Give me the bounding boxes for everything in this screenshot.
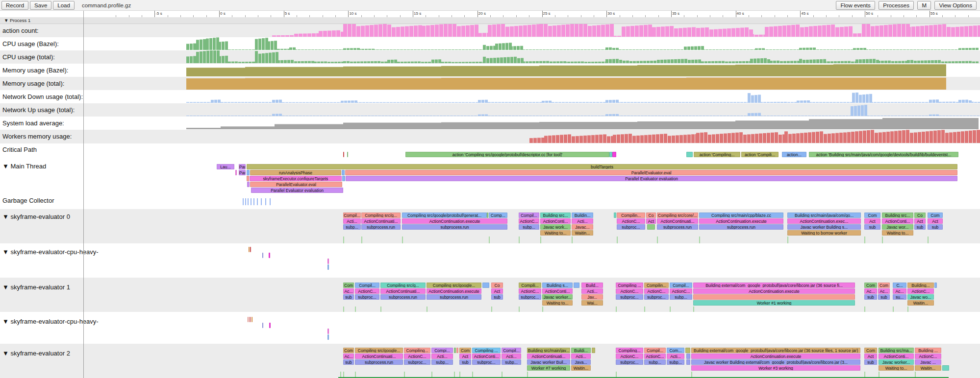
slice[interactable]: Com	[343, 348, 354, 353]
track-skyframe-evaluator-cpu-heavy-2[interactable]: ▼ skyframe-evaluator-cpu-heavy-	[0, 312, 980, 344]
track-label-skyframe-evaluator-cpu-heavy-1[interactable]: ▼ skyframe-evaluator-cpu-heavy-	[2, 248, 99, 256]
cpu-usage-total-chart[interactable]	[0, 50, 980, 64]
slice[interactable]: subprocess.run	[657, 224, 698, 230]
slice[interactable]: sub	[864, 294, 877, 300]
slice[interactable]: Par	[239, 170, 246, 175]
slice[interactable]: Act	[864, 218, 880, 224]
slice[interactable]	[269, 323, 271, 328]
slice[interactable]: ActionC...	[519, 288, 541, 294]
memory-usage-total-chart[interactable]	[0, 77, 980, 90]
memory-usage-bazel-chart[interactable]	[0, 64, 980, 77]
slice[interactable]: ActionContinuation.exec...	[787, 218, 861, 224]
track-network-up-usage[interactable]: Network Up usage (total):	[0, 103, 980, 117]
slice[interactable]: Worker #7 working	[527, 365, 570, 371]
slice[interactable]	[686, 354, 690, 359]
slice[interactable]: subproc...	[616, 294, 643, 300]
slice[interactable]: ActionC...	[519, 218, 539, 224]
slice[interactable]	[269, 253, 270, 258]
slice[interactable]: Acti...	[581, 288, 603, 294]
slice[interactable]	[934, 283, 937, 288]
slice[interactable]	[685, 348, 690, 353]
slice[interactable]: Compiling src/google...	[355, 348, 403, 353]
slice[interactable]: Compiling src/g...	[361, 213, 401, 218]
save-button[interactable]: Save	[30, 1, 51, 10]
slice[interactable]: Parallel Evaluator evaluation	[251, 188, 343, 193]
slice[interactable]	[262, 323, 263, 328]
slice[interactable]: su...	[893, 294, 906, 300]
slice[interactable]	[247, 176, 249, 181]
slice[interactable]: subp...	[431, 359, 453, 365]
slice[interactable]: Com	[864, 348, 877, 353]
slice[interactable]: Building external/com_google_protobuf/ja…	[691, 348, 860, 353]
slice[interactable]	[693, 294, 855, 300]
slice[interactable]: Compil...	[502, 348, 521, 353]
slice[interactable]: Compil...	[670, 283, 692, 288]
process-header[interactable]: ▼ Process 1	[0, 18, 980, 24]
track-cpu-usage-bazel[interactable]: CPU usage (Bazel):	[0, 37, 980, 50]
slice[interactable]: ActionC...	[355, 288, 379, 294]
slice[interactable]: sub	[343, 359, 354, 365]
slice[interactable]	[487, 213, 488, 218]
slice[interactable]: Building src...	[882, 213, 913, 218]
slice[interactable]: Compilin...	[644, 283, 669, 288]
slice[interactable]: Waitin...	[915, 365, 941, 371]
slice[interactable]: sub	[491, 294, 503, 300]
slice[interactable]: ActionContinuati...	[361, 218, 401, 224]
track-memory-usage-bazel[interactable]: Memory usage (Bazel):	[0, 64, 980, 77]
slice[interactable]: ActionContinuati...	[380, 288, 426, 294]
gc-event-tick[interactable]	[248, 198, 249, 205]
view-options-button[interactable]: View Options	[934, 1, 977, 10]
network-up-usage-chart[interactable]	[0, 103, 980, 117]
track-workers-memory-usage[interactable]: Workers memory usage:	[0, 130, 980, 143]
timeline-ruler[interactable]: -5 s0 s5 s10 s15 s20 s25 s30 s35 s40 s45…	[0, 11, 980, 18]
slice[interactable]: Compiling src/google/protobuf/generat...	[402, 213, 487, 218]
slice[interactable]: Building ...	[915, 348, 941, 353]
slice[interactable]: Building...	[907, 283, 934, 288]
track-skyframe-evaluator-2[interactable]: ▼ skyframe-evaluator 2ComCompiling src/g…	[0, 344, 980, 378]
slice[interactable]: subproc...	[644, 294, 669, 300]
slice[interactable]: Com	[864, 283, 877, 288]
slice[interactable]: Jav...	[581, 294, 603, 300]
slice[interactable]: Waiting to...	[879, 365, 914, 371]
slice[interactable]: Waiting to...	[542, 300, 573, 306]
slice[interactable]: Compiling ...	[472, 348, 501, 353]
slice[interactable]: subproc...	[616, 359, 643, 365]
slice[interactable]	[327, 259, 329, 264]
slice[interactable]: ActionConti...	[882, 218, 913, 224]
slice[interactable]: sub	[878, 294, 890, 300]
slice[interactable]: subp...	[670, 294, 692, 300]
track-network-down-usage[interactable]: Network Down usage (total):	[0, 90, 980, 103]
track-critical-path[interactable]: Critical Pathaction 'Compiling src/googl…	[0, 143, 980, 160]
slice[interactable]: ActionContinuati...	[355, 354, 403, 359]
slice[interactable]: Co	[646, 213, 656, 218]
slice[interactable]: Acti...	[571, 354, 591, 359]
system-load-average-chart[interactable]	[0, 117, 980, 130]
slice[interactable]: Com	[928, 213, 943, 218]
slice[interactable]: Waiting to...	[882, 230, 913, 236]
slice[interactable]: ActionContinuation.execute	[402, 218, 507, 224]
slice[interactable]: Compil...	[355, 283, 379, 288]
slice[interactable]	[247, 182, 250, 187]
slice[interactable]: action...	[782, 152, 806, 157]
slice[interactable]: Building s...	[542, 283, 573, 288]
slice[interactable]: sub	[864, 359, 877, 365]
track-cpu-usage-total[interactable]: CPU usage (total):	[0, 50, 980, 64]
slice[interactable]	[686, 359, 690, 365]
slice[interactable]: action 'Compiling...	[694, 152, 740, 157]
slice[interactable]: subp...	[667, 359, 684, 365]
slice[interactable]: Compil...	[343, 213, 361, 218]
slice[interactable]	[235, 170, 237, 175]
slice[interactable]	[343, 152, 344, 157]
slice[interactable]: Waitin...	[572, 230, 593, 236]
slice[interactable]: Ac...	[343, 354, 354, 359]
slice[interactable]: Act	[864, 354, 877, 359]
slice[interactable]: Compiling src/main/cpp/blaze.cc	[699, 213, 783, 218]
slice[interactable]: Waiting to...	[540, 230, 571, 236]
slice[interactable]: ActionC...	[616, 288, 643, 294]
slice[interactable]: Acti...	[502, 354, 521, 359]
slice[interactable]: ActionConti...	[472, 354, 501, 359]
slice[interactable]: Javac ...	[915, 359, 941, 365]
slice[interactable]: Act	[928, 218, 943, 224]
slice[interactable]: action 'Compili...	[741, 152, 779, 157]
slice[interactable]	[456, 348, 458, 353]
